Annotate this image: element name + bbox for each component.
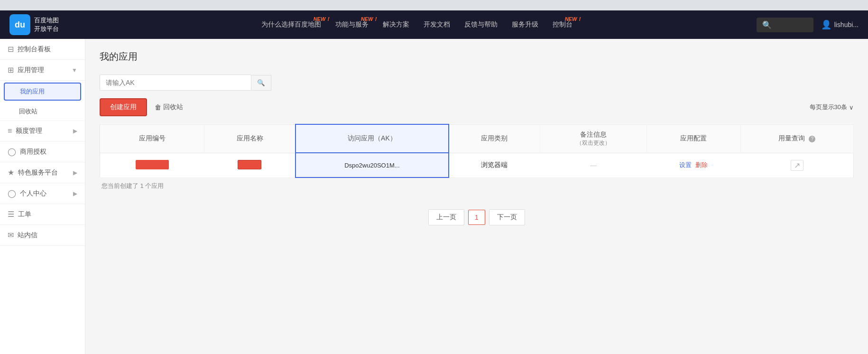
- sidebar-item-message[interactable]: ✉ 站内信: [0, 225, 85, 246]
- sidebar-label-message: 站内信: [18, 231, 37, 240]
- sidebar-label-recycle: 回收站: [19, 108, 37, 115]
- nav-why-baidu[interactable]: NEW！ 为什么选择百度地图: [261, 20, 321, 29]
- chevron-down-per-page[interactable]: ∨: [849, 104, 854, 111]
- recycle-label: 回收站: [163, 103, 183, 112]
- browser-tabs-bar: [0, 0, 868, 10]
- next-page-button[interactable]: 下一页: [489, 209, 525, 225]
- nav-links: NEW！ 为什么选择百度地图 NEW！ 功能与服务 解决方案 开发文档 反馈与帮…: [78, 20, 757, 29]
- th-remark: 备注信息 （双击更改）: [540, 124, 647, 153]
- cell-ak: Dspo2wu20SO1M...: [295, 153, 449, 177]
- per-page-control: 每页显示30条 ∨: [810, 103, 854, 112]
- page-title: 我的应用: [100, 50, 854, 63]
- sidebar-label-workorder: 工单: [18, 210, 31, 219]
- dashboard-icon: ⊟: [8, 45, 14, 54]
- config-actions: 设置 删除: [655, 161, 733, 169]
- per-page-label: 每页显示30条: [810, 103, 847, 112]
- cell-app-type: 浏览器端: [449, 153, 540, 177]
- cell-config: 设置 删除: [647, 153, 741, 177]
- sidebar-item-app-management[interactable]: ⊞ 应用管理 ▼: [0, 60, 85, 81]
- logo[interactable]: du 百度地图 开放平台: [9, 14, 59, 35]
- sidebar-item-my-apps[interactable]: 我的应用: [4, 83, 81, 101]
- search-button[interactable]: 🔍: [251, 75, 271, 91]
- recycle-bin-link[interactable]: 🗑 回收站: [155, 103, 183, 112]
- nav-right: 🔍 👤 lishubi...: [757, 18, 859, 32]
- settings-link[interactable]: 设置: [679, 161, 692, 169]
- current-page[interactable]: 1: [468, 210, 485, 225]
- sidebar-label-auth: 商用授权: [20, 148, 46, 156]
- ak-search-input[interactable]: [100, 75, 251, 91]
- redacted-app-id: [136, 160, 169, 169]
- sidebar-label-my-apps: 我的应用: [20, 88, 45, 95]
- sidebar-sub-menu: 我的应用 回收站: [0, 83, 85, 121]
- search-icon: 🔍: [762, 20, 772, 29]
- th-usage: 用量查询 ?: [740, 124, 853, 153]
- chevron-right-icon3: ▶: [73, 190, 77, 197]
- workorder-icon: ☰: [8, 210, 14, 219]
- sidebar-item-auth[interactable]: ◯ 商用授权: [0, 141, 85, 162]
- sidebar: ⊟ 控制台看板 ⊞ 应用管理 ▼ 我的应用 回收站 ≡ 额度管理 ▶ ◯ 商用授…: [0, 39, 85, 354]
- help-icon[interactable]: ?: [809, 136, 815, 142]
- sidebar-item-dashboard[interactable]: ⊟ 控制台看板: [0, 39, 85, 60]
- sidebar-item-recycle[interactable]: 回收站: [0, 102, 85, 121]
- app-management-icon: ⊞: [8, 65, 14, 75]
- cell-app-name: [204, 153, 295, 177]
- personal-icon: ◯: [8, 189, 16, 198]
- prev-page-button[interactable]: 上一页: [428, 209, 464, 225]
- sidebar-label-app-management: 应用管理: [18, 66, 44, 75]
- th-ak: 访问应用（AK）: [295, 124, 449, 153]
- logo-icon: du: [9, 14, 30, 35]
- create-app-button[interactable]: 创建应用: [100, 98, 147, 116]
- nav-feedback[interactable]: 反馈与帮助: [464, 20, 498, 29]
- auth-icon: ◯: [8, 147, 16, 156]
- chevron-right-icon2: ▶: [73, 169, 77, 176]
- search-icon2: 🔍: [257, 79, 265, 86]
- th-app-name: 应用名称: [204, 124, 295, 153]
- sidebar-item-workorder[interactable]: ☰ 工单: [0, 204, 85, 225]
- redacted-app-name: [238, 160, 261, 169]
- chevron-down-icon: ▼: [72, 67, 77, 74]
- nav-upgrade[interactable]: 服务升级: [512, 20, 538, 29]
- app-table: 应用编号 应用名称 访问应用（AK） 应用类别 备注信息 （双击更改） 应用配置…: [100, 124, 854, 178]
- table-row: Dspo2wu20SO1M... 浏览器端 — 设置 删除 ↗: [100, 153, 854, 177]
- nav-solutions[interactable]: 解决方案: [383, 20, 409, 29]
- summary-text: 您当前创建了 1 个应用: [100, 182, 854, 190]
- sidebar-label-quota: 额度管理: [16, 127, 42, 135]
- sidebar-item-quota[interactable]: ≡ 额度管理 ▶: [0, 121, 85, 141]
- nav-console[interactable]: 控制台 NEW！: [553, 20, 573, 29]
- nav-features[interactable]: NEW！ 功能与服务: [335, 20, 369, 29]
- cell-app-id: [100, 153, 204, 177]
- th-config: 应用配置: [647, 124, 741, 153]
- quota-icon: ≡: [8, 127, 12, 135]
- sidebar-item-special[interactable]: ★ 特色服务平台 ▶: [0, 162, 85, 183]
- sidebar-label-dashboard: 控制台看板: [18, 45, 51, 54]
- th-app-type: 应用类别: [449, 124, 540, 153]
- sidebar-label-personal: 个人中心: [20, 189, 46, 198]
- sidebar-item-personal[interactable]: ◯ 个人中心 ▶: [0, 183, 85, 204]
- delete-link[interactable]: 删除: [695, 161, 708, 169]
- nav-docs[interactable]: 开发文档: [424, 20, 450, 29]
- cell-remark[interactable]: —: [540, 153, 647, 177]
- action-bar: 创建应用 🗑 回收站 每页显示30条 ∨: [100, 98, 854, 116]
- username-label: lishubi...: [834, 21, 859, 28]
- message-icon: ✉: [8, 231, 14, 240]
- special-icon: ★: [8, 168, 14, 177]
- export-icon[interactable]: ↗: [791, 160, 803, 171]
- logo-text: 百度地图 开放平台: [34, 16, 59, 33]
- pagination: 上一页 1 下一页: [100, 209, 854, 225]
- sidebar-label-special: 特色服务平台: [18, 168, 58, 177]
- recycle-icon: 🗑: [155, 103, 161, 111]
- user-avatar-icon: 👤: [821, 19, 831, 30]
- chevron-right-icon: ▶: [73, 128, 77, 134]
- main-content: 我的应用 🔍 创建应用 🗑 回收站 每页显示30条 ∨ 应用编号 应用名称 访问…: [85, 39, 868, 354]
- th-app-id: 应用编号: [100, 124, 204, 153]
- top-nav: du 百度地图 开放平台 NEW！ 为什么选择百度地图 NEW！ 功能与服务 解…: [0, 10, 868, 39]
- user-info[interactable]: 👤 lishubi...: [821, 19, 859, 30]
- search-bar: 🔍: [100, 75, 854, 91]
- cell-usage: ↗: [740, 153, 853, 177]
- ak-value[interactable]: Dspo2wu20SO1M...: [344, 162, 399, 169]
- nav-search-box[interactable]: 🔍: [757, 18, 813, 32]
